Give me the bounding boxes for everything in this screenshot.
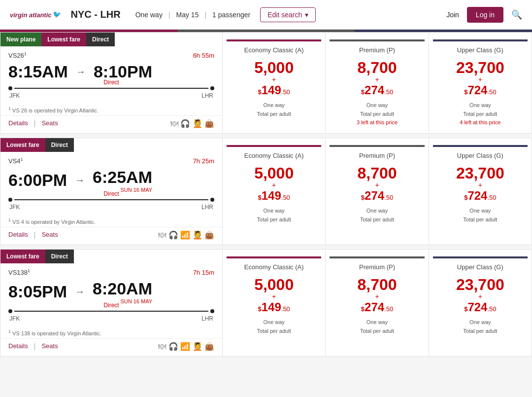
flight-badge: New plane — [0, 33, 41, 46]
arrive-wrap: 6:25AMSUN 16 MAY — [93, 168, 152, 193]
fare-column[interactable]: Premium (P)8,700+$274.50One wayTotal per… — [325, 138, 428, 245]
fare-column[interactable]: Economy Classic (A)5,000+$149.50One wayT… — [222, 33, 325, 133]
details-link[interactable]: Details — [8, 231, 28, 239]
fare-plus: + — [272, 292, 276, 300]
fare-column[interactable]: Premium (P)8,700+$274.50One wayTotal per… — [325, 250, 428, 356]
flight-actions: Details|Seats🍽 🎧 📶 💆 👜 — [0, 227, 222, 245]
flight-badge: Lowest fare — [41, 33, 86, 46]
fare-points: 8,700 — [357, 165, 397, 181]
logo-bird-icon: 🐦 — [53, 10, 61, 18]
fare-points: 5,000 — [254, 60, 294, 75]
arrow-icon: → — [76, 66, 86, 77]
arrive-time: 8:20AM — [93, 279, 152, 298]
flight-badge: Lowest fare — [0, 138, 45, 152]
fare-points: 23,700 — [456, 165, 504, 181]
fare-top-bar — [227, 145, 321, 147]
destination-code: LHR — [201, 92, 213, 99]
seats-link[interactable]: Seats — [41, 119, 58, 127]
join-link[interactable]: Join — [446, 11, 459, 19]
flight-duration: 6h 55m — [193, 52, 214, 59]
fare-desc: One wayTotal per adult — [257, 101, 291, 118]
flight-badges: New planeLowest fareDirect — [0, 33, 222, 46]
flight-badge: Lowest fare — [0, 250, 45, 263]
arrive-next-day: SUN 16 MAY — [93, 187, 152, 193]
fare-cash: $274.50 — [361, 83, 393, 97]
flight-number-row: VS13817h 15m — [8, 268, 214, 276]
search-icon[interactable]: 🔍 — [511, 9, 522, 20]
fare-cash: $149.50 — [258, 300, 290, 314]
fare-points: 23,700 — [456, 60, 504, 75]
fare-desc: One wayTotal per adult — [360, 318, 394, 335]
fare-column[interactable]: Premium (P)8,700+$274.50One wayTotal per… — [325, 33, 428, 133]
fare-cash: $724.50 — [464, 189, 496, 203]
route-line: Direct — [14, 88, 208, 89]
fare-column[interactable]: Upper Class (G)23,700+$724.50One wayTota… — [429, 250, 532, 356]
flight-actions: Details|Seats🍽 🎧 💆 👜 — [0, 115, 222, 133]
fare-alert: 4 left at this price — [460, 119, 500, 125]
flight-info: VS2616h 55m8:15AM→8:10PMDirectJFKLHR — [0, 46, 222, 103]
flight-number: VS1381 — [8, 268, 30, 276]
fare-plus: + — [478, 75, 482, 83]
operated-by: 1 VS 4 is operated by Virgin Atlantic. — [0, 217, 222, 225]
fare-class-label: Premium (P) — [359, 46, 395, 54]
fare-column[interactable]: Economy Classic (A)5,000+$149.50One wayT… — [222, 138, 325, 245]
route-airports: JFKLHR — [8, 315, 214, 322]
flight-left: Lowest fareDirectVS13817h 15m8:05PM→8:20… — [0, 250, 222, 356]
details-link[interactable]: Details — [8, 119, 28, 127]
operated-by: 1 VS 138 is operated by Virgin Atlantic. — [0, 329, 222, 336]
fare-top-bar — [433, 39, 528, 41]
fare-plus: + — [478, 181, 482, 189]
details-link[interactable]: Details — [8, 342, 28, 350]
flight-number: VS41 — [8, 157, 23, 165]
fare-points: 8,700 — [357, 60, 397, 75]
origin-code: JFK — [9, 204, 20, 211]
route-dot-left — [8, 309, 12, 313]
flight-badges: Lowest fareDirect — [0, 250, 222, 263]
fare-top-bar — [227, 39, 321, 41]
arrive-time: 6:25AM — [93, 168, 152, 186]
fare-plus: + — [478, 292, 482, 300]
flight-badge: Direct — [86, 33, 115, 46]
fare-top-bar — [227, 256, 321, 258]
fare-top-bar — [330, 145, 424, 147]
link-separator: | — [34, 119, 36, 127]
flight-card: Lowest fareDirectVS13817h 15m8:05PM→8:20… — [0, 249, 532, 357]
arrive-wrap: 8:20AMSUN 16 MAY — [93, 279, 152, 304]
fare-points: 8,700 — [357, 277, 397, 292]
fare-columns: Economy Classic (A)5,000+$149.50One wayT… — [222, 138, 532, 245]
fare-class-label: Upper Class (G) — [457, 263, 503, 271]
route-airports: JFKLHR — [8, 204, 214, 211]
flight-links: Details|Seats — [8, 119, 58, 127]
fare-class-label: Economy Classic (A) — [244, 263, 304, 271]
trip-type: One way — [135, 11, 163, 19]
fare-column[interactable]: Economy Classic (A)5,000+$149.50One wayT… — [222, 250, 325, 356]
fare-plus: + — [375, 292, 379, 300]
direct-label: Direct — [103, 79, 119, 86]
destination-code: LHR — [201, 204, 213, 211]
arrow-icon: → — [75, 175, 85, 186]
amenity-icons: 🍽 🎧 📶 💆 👜 — [158, 230, 214, 240]
depart-time: 6:00PM — [8, 171, 67, 190]
color-bar — [0, 30, 532, 32]
login-button[interactable]: Log in — [467, 7, 503, 23]
fare-cash: $724.50 — [464, 300, 496, 314]
fare-columns: Economy Classic (A)5,000+$149.50One wayT… — [222, 33, 532, 133]
route-dot-right — [210, 198, 214, 202]
fare-plus: + — [272, 181, 276, 189]
fare-column[interactable]: Upper Class (G)23,700+$724.50One wayTota… — [429, 33, 532, 133]
passengers: 1 passenger — [212, 11, 250, 19]
seats-link[interactable]: Seats — [41, 342, 58, 350]
edit-search-button[interactable]: Edit search ▾ — [260, 7, 316, 22]
fare-desc: One wayTotal per adult — [463, 207, 497, 224]
flight-badge: Direct — [45, 138, 74, 152]
fare-desc: One wayTotal per adult — [360, 101, 394, 118]
search-meta: One way | May 15 | 1 passenger — [135, 11, 251, 19]
flight-left: New planeLowest fareDirectVS2616h 55m8:1… — [0, 33, 222, 133]
seats-link[interactable]: Seats — [41, 231, 58, 239]
fare-column[interactable]: Upper Class (G)23,700+$724.50One wayTota… — [429, 138, 532, 245]
color-bar-mid — [177, 30, 355, 32]
sep1: | — [168, 11, 170, 19]
route-dot-left — [8, 86, 12, 90]
fare-class-label: Economy Classic (A) — [244, 152, 304, 159]
search-date: May 15 — [176, 11, 199, 19]
